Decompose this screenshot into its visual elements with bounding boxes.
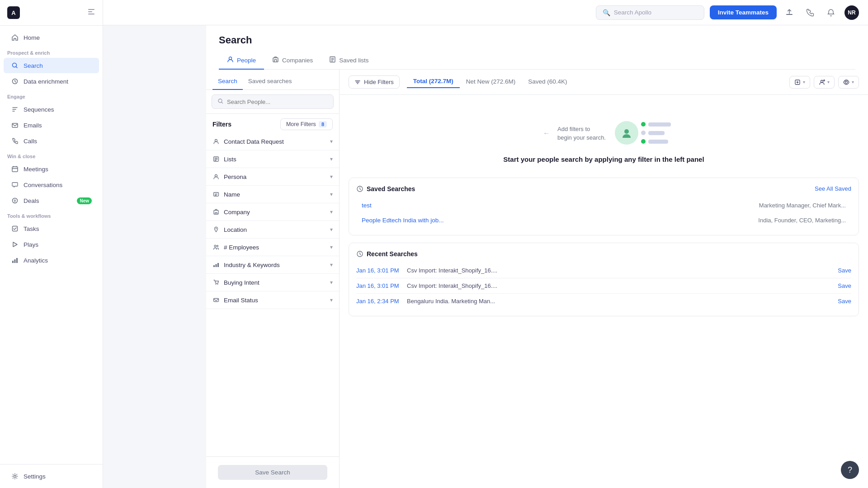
recent-section-title-container: Recent Searches bbox=[356, 250, 418, 258]
filter-search-container bbox=[206, 90, 339, 114]
more-filters-label: More Filters bbox=[286, 121, 316, 127]
chevron-name: ▾ bbox=[330, 191, 333, 197]
svg-point-21 bbox=[215, 175, 217, 177]
chevron-industry: ▾ bbox=[330, 262, 333, 268]
sidebar-item-analytics[interactable]: Analytics bbox=[4, 253, 99, 268]
view-button[interactable]: ▾ bbox=[838, 76, 859, 89]
filter-item-buying-intent[interactable]: Buying Intent ▾ bbox=[206, 274, 339, 291]
tab-companies[interactable]: Companies bbox=[264, 52, 321, 70]
result-tab-saved[interactable]: Saved (60.4K) bbox=[522, 75, 573, 88]
recent-save-1[interactable]: Save bbox=[838, 282, 851, 289]
sidebar-item-data-enrichment[interactable]: Data enrichment bbox=[4, 74, 99, 89]
sidebar-item-calls[interactable]: Calls bbox=[4, 133, 99, 149]
svg-rect-5 bbox=[12, 123, 18, 127]
filter-search-input[interactable] bbox=[227, 99, 328, 105]
main-content: Search People Companies Saved lists bbox=[206, 25, 868, 488]
result-tab-total[interactable]: Total (272.7M) bbox=[407, 75, 460, 88]
recent-save-2[interactable]: Save bbox=[838, 298, 851, 305]
empty-lines bbox=[641, 122, 671, 144]
more-filters-button[interactable]: More Filters 8 bbox=[280, 118, 333, 130]
save-search-button[interactable]: Save Search bbox=[218, 465, 327, 480]
filter-tab-saved-searches[interactable]: Saved searches bbox=[243, 75, 297, 90]
saved-section-title: Saved Searches bbox=[367, 185, 415, 192]
companies-tab-icon bbox=[272, 56, 279, 64]
logo-icon: A bbox=[7, 6, 20, 19]
add-filters-arrow: ← bbox=[543, 129, 550, 137]
filter-item-company[interactable]: Company ▾ bbox=[206, 203, 339, 221]
tab-saved-lists[interactable]: Saved lists bbox=[321, 52, 377, 70]
sidebar-item-meetings[interactable]: Meetings bbox=[4, 161, 99, 177]
filter-contact-data-label: Contact Data Request bbox=[224, 138, 284, 145]
filter-item-persona[interactable]: Persona ▾ bbox=[206, 168, 339, 186]
people-tab-icon bbox=[227, 56, 234, 64]
user-avatar[interactable]: NR bbox=[844, 5, 859, 20]
sidebar-emails-label: Emails bbox=[24, 122, 42, 129]
topbar-icons: NR bbox=[782, 5, 859, 20]
sidebar-nav: Home Prospect & enrich Search Data enric… bbox=[0, 26, 103, 464]
see-all-saved-link[interactable]: See All Saved bbox=[815, 185, 851, 192]
sidebar-tasks-label: Tasks bbox=[24, 225, 39, 232]
filter-item-industry[interactable]: Industry & Keywords ▾ bbox=[206, 256, 339, 274]
svg-rect-29 bbox=[217, 263, 219, 267]
nav-section-engage: Engage bbox=[0, 89, 103, 101]
bell-icon[interactable] bbox=[824, 5, 838, 20]
sidebar-item-deals[interactable]: Deals New bbox=[4, 193, 99, 208]
hide-filters-label: Hide Filters bbox=[364, 79, 394, 85]
svg-rect-32 bbox=[214, 299, 219, 302]
sequences-icon bbox=[11, 105, 19, 113]
sidebar-item-tasks[interactable]: Tasks bbox=[4, 221, 99, 236]
recent-item-2: Jan 16, 2:34 PM Bengaluru India. Marketi… bbox=[356, 294, 851, 309]
sidebar-meetings-label: Meetings bbox=[24, 166, 48, 173]
search-apollo-bar[interactable]: 🔍 Search Apollo bbox=[596, 5, 704, 20]
svg-point-19 bbox=[215, 140, 217, 142]
svg-point-35 bbox=[845, 81, 848, 83]
hide-filters-button[interactable]: Hide Filters bbox=[349, 75, 400, 89]
help-button[interactable]: ? bbox=[841, 461, 859, 479]
export-button[interactable]: ▾ bbox=[789, 76, 810, 89]
filter-item-email-status[interactable]: Email Status ▾ bbox=[206, 291, 339, 309]
saved-search-item-0[interactable]: test Marketing Manager, Chief Mark... bbox=[356, 198, 851, 213]
recent-section-title: Recent Searches bbox=[367, 250, 418, 258]
sidebar-item-conversations[interactable]: Conversations bbox=[4, 177, 99, 192]
sidebar-item-search[interactable]: Search bbox=[4, 58, 99, 73]
sidebar-item-sequences[interactable]: Sequences bbox=[4, 102, 99, 117]
filter-item-contact-data-request[interactable]: Contact Data Request ▾ bbox=[206, 133, 339, 150]
upload-icon[interactable] bbox=[782, 5, 797, 20]
conversations-icon bbox=[11, 181, 19, 189]
svg-rect-0 bbox=[88, 9, 94, 10]
phone-icon[interactable] bbox=[803, 5, 817, 20]
sidebar-enrichment-label: Data enrichment bbox=[24, 78, 68, 85]
result-tab-net-new[interactable]: Net New (272.6M) bbox=[460, 75, 522, 88]
recent-save-0[interactable]: Save bbox=[838, 267, 851, 274]
recent-item-0: Jan 16, 3:01 PM Csv Import: Interakt_Sho… bbox=[356, 263, 851, 278]
sidebar-calls-label: Calls bbox=[24, 138, 37, 145]
add-to-list-button[interactable]: ▾ bbox=[814, 76, 835, 89]
sidebar-item-plays[interactable]: Plays bbox=[4, 237, 99, 252]
recent-section-header: Recent Searches bbox=[356, 250, 851, 258]
saved-search-item-1[interactable]: People Edtech India with job... India, F… bbox=[356, 213, 851, 228]
page-tabs: People Companies Saved lists bbox=[219, 52, 855, 70]
recent-desc-2: Bengaluru India. Marketing Man... bbox=[407, 298, 832, 305]
sidebar-sequences-label: Sequences bbox=[24, 106, 54, 113]
tasks-icon bbox=[11, 225, 19, 233]
svg-marker-9 bbox=[13, 242, 17, 247]
sidebar-toggle-icon[interactable] bbox=[87, 8, 95, 18]
filter-item-location[interactable]: Location ▾ bbox=[206, 221, 339, 239]
filter-item-employees[interactable]: # Employees ▾ bbox=[206, 239, 339, 256]
filter-item-name[interactable]: Name ▾ bbox=[206, 186, 339, 203]
recent-date-0: Jan 16, 3:01 PM bbox=[356, 267, 401, 274]
tab-companies-label: Companies bbox=[282, 57, 313, 64]
svg-rect-6 bbox=[12, 167, 18, 172]
meetings-icon bbox=[11, 165, 19, 173]
invite-teammates-button[interactable]: Invite Teammates bbox=[710, 5, 777, 19]
sidebar-item-settings[interactable]: Settings bbox=[4, 469, 99, 484]
nav-section-tools: Tools & workflows bbox=[0, 209, 103, 221]
sidebar-item-home[interactable]: Home bbox=[4, 30, 99, 45]
svg-point-15 bbox=[229, 57, 232, 60]
tab-people[interactable]: People bbox=[219, 52, 264, 70]
filter-header: Filters More Filters 8 bbox=[206, 114, 339, 133]
sidebar-item-emails[interactable]: Emails bbox=[4, 117, 99, 133]
filter-tab-search[interactable]: Search bbox=[212, 75, 243, 90]
filter-title: Filters bbox=[212, 121, 231, 128]
filter-item-lists[interactable]: Lists ▾ bbox=[206, 150, 339, 168]
